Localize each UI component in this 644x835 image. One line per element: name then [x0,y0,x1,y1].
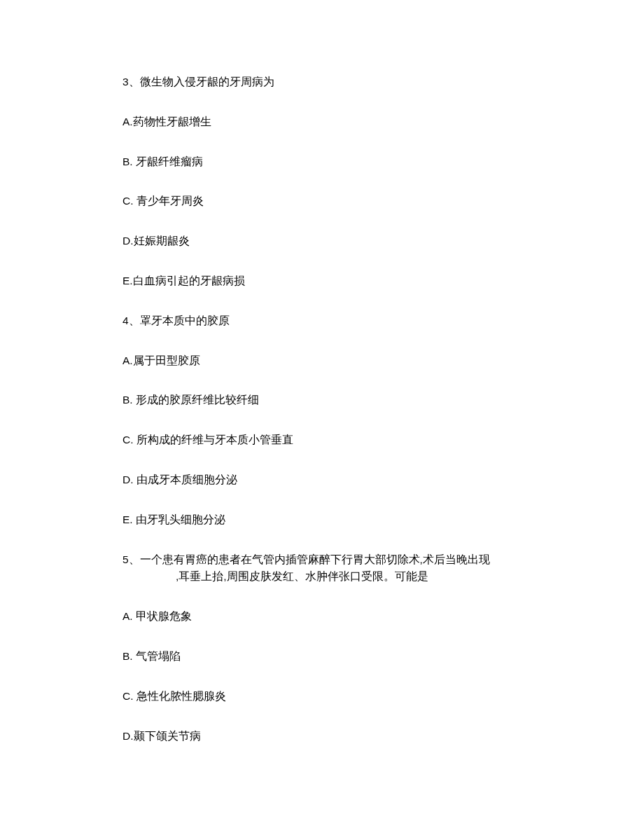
q3-stem: 3、微生物入侵牙龈的牙周病为 [122,74,522,91]
q4-stem: 4、罩牙本质中的胶原 [122,312,522,330]
document-page: 3、微生物入侵牙龈的牙周病为 A.药物性牙龈增生 B. 牙龈纤维瘤病 C. 青少… [0,0,644,745]
q5-option-d: D.颞下颌关节病 [122,728,522,745]
q5-option-a: A. 甲状腺危象 [122,608,522,626]
q3-option-e: E.白血病引起的牙龈病损 [122,272,522,290]
q5-stem: 5、一个患有胃癌的患者在气管内插管麻醉下行胃大部切除术,术后当晚出现 ,耳垂上抬… [122,551,522,586]
q5-stem-line2: ,耳垂上抬,周围皮肤发红、水肿伴张口受限。可能是 [122,568,522,586]
q4-option-b: B. 形成的胶原纤维比较纤细 [122,392,522,409]
q5-option-b: B. 气管塌陷 [122,648,522,665]
q4-option-e: E. 由牙乳头细胞分泌 [122,511,522,529]
q4-option-a: A.属于田型胶原 [122,352,522,370]
q3-option-a: A.药物性牙龈增生 [122,113,522,131]
q3-option-d: D.妊娠期龈炎 [122,233,522,250]
q3-option-c: C. 青少年牙周炎 [122,193,522,210]
q4-option-c: C. 所构成的纤维与牙本质小管垂直 [122,432,522,449]
q5-stem-line1: 5、一个患有胃癌的患者在气管内插管麻醉下行胃大部切除术,术后当晚出现 [122,551,522,569]
q5-option-c: C. 急性化脓性腮腺炎 [122,688,522,705]
q4-option-d: D. 由成牙本质细胞分泌 [122,471,522,489]
q3-option-b: B. 牙龈纤维瘤病 [122,153,522,171]
